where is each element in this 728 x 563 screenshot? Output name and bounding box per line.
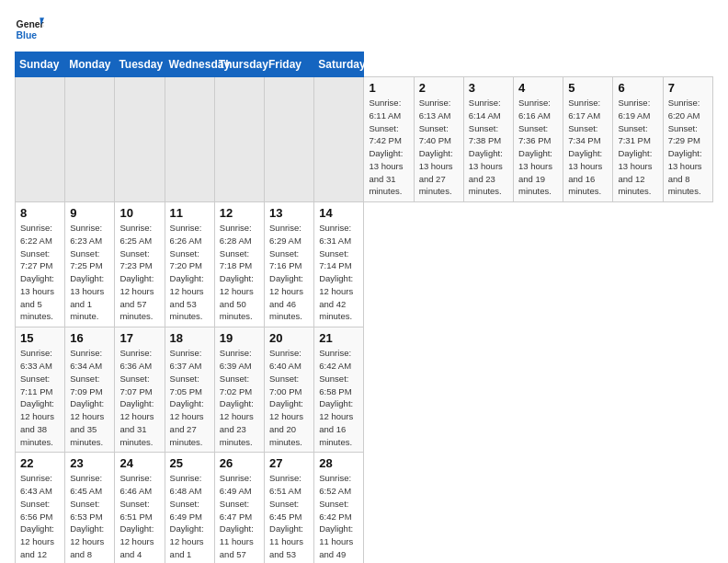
calendar-cell: 8Sunrise: 6:22 AMSunset: 7:27 PMDaylight… [16, 202, 65, 327]
day-number: 24 [119, 456, 159, 470]
calendar-cell: 22Sunrise: 6:43 AMSunset: 6:56 PMDayligh… [16, 453, 65, 563]
day-number: 21 [319, 331, 358, 345]
day-info: Sunrise: 6:17 AMSunset: 7:34 PMDaylight:… [568, 97, 608, 198]
day-number: 23 [70, 456, 109, 470]
day-number: 27 [269, 456, 309, 470]
day-number: 2 [419, 81, 459, 95]
day-number: 3 [469, 81, 508, 95]
day-info: Sunrise: 6:45 AMSunset: 6:53 PMDaylight:… [70, 472, 109, 563]
col-header-thursday: Thursday [214, 52, 264, 77]
calendar-cell: 12Sunrise: 6:28 AMSunset: 7:18 PMDayligh… [214, 202, 264, 327]
day-number: 8 [20, 206, 60, 220]
day-number: 9 [70, 206, 109, 220]
day-info: Sunrise: 6:29 AMSunset: 7:16 PMDaylight:… [269, 222, 309, 323]
calendar-cell: 25Sunrise: 6:48 AMSunset: 6:49 PMDayligh… [165, 453, 214, 563]
calendar-cell: 5Sunrise: 6:17 AMSunset: 7:34 PMDaylight… [563, 77, 613, 202]
calendar-cell: 18Sunrise: 6:37 AMSunset: 7:05 PMDayligh… [165, 327, 214, 453]
day-info: Sunrise: 6:26 AMSunset: 7:20 PMDaylight:… [170, 222, 210, 323]
day-info: Sunrise: 6:52 AMSunset: 6:42 PMDaylight:… [319, 472, 358, 563]
calendar-cell [115, 77, 165, 202]
calendar-cell: 7Sunrise: 6:20 AMSunset: 7:29 PMDaylight… [663, 77, 712, 202]
col-header-tuesday: Tuesday [115, 52, 165, 77]
calendar-week-1: 1Sunrise: 6:11 AMSunset: 7:42 PMDaylight… [16, 77, 713, 202]
day-info: Sunrise: 6:22 AMSunset: 7:27 PMDaylight:… [20, 222, 60, 323]
day-number: 6 [618, 81, 657, 95]
col-header-sunday: Sunday [16, 52, 65, 77]
day-number: 26 [220, 456, 259, 470]
calendar-cell: 6Sunrise: 6:19 AMSunset: 7:31 PMDaylight… [613, 77, 663, 202]
calendar-cell: 13Sunrise: 6:29 AMSunset: 7:16 PMDayligh… [265, 202, 314, 327]
calendar-cell: 26Sunrise: 6:49 AMSunset: 6:47 PMDayligh… [214, 453, 264, 563]
day-number: 15 [20, 331, 60, 345]
day-number: 1 [369, 81, 408, 95]
day-info: Sunrise: 6:46 AMSunset: 6:51 PMDaylight:… [119, 472, 159, 563]
calendar-cell: 4Sunrise: 6:16 AMSunset: 7:36 PMDaylight… [514, 77, 563, 202]
calendar-cell [265, 77, 314, 202]
calendar-cell: 24Sunrise: 6:46 AMSunset: 6:51 PMDayligh… [115, 453, 165, 563]
col-header-monday: Monday [65, 52, 115, 77]
calendar-cell: 28Sunrise: 6:52 AMSunset: 6:42 PMDayligh… [314, 453, 364, 563]
day-info: Sunrise: 6:42 AMSunset: 6:58 PMDaylight:… [319, 347, 358, 448]
calendar-cell: 21Sunrise: 6:42 AMSunset: 6:58 PMDayligh… [314, 327, 364, 453]
calendar-cell: 2Sunrise: 6:13 AMSunset: 7:40 PMDaylight… [414, 77, 463, 202]
calendar-cell: 3Sunrise: 6:14 AMSunset: 7:38 PMDaylight… [463, 77, 513, 202]
day-number: 20 [269, 331, 309, 345]
day-info: Sunrise: 6:19 AMSunset: 7:31 PMDaylight:… [618, 97, 657, 198]
day-number: 18 [170, 331, 210, 345]
day-number: 25 [170, 456, 210, 470]
calendar-week-3: 15Sunrise: 6:33 AMSunset: 7:11 PMDayligh… [16, 327, 713, 453]
day-info: Sunrise: 6:40 AMSunset: 7:00 PMDaylight:… [269, 347, 309, 448]
page-header: General Blue [15, 15, 713, 44]
calendar-week-2: 8Sunrise: 6:22 AMSunset: 7:27 PMDaylight… [16, 202, 713, 327]
calendar-week-4: 22Sunrise: 6:43 AMSunset: 6:56 PMDayligh… [16, 453, 713, 563]
day-number: 19 [220, 331, 259, 345]
calendar-cell: 9Sunrise: 6:23 AMSunset: 7:25 PMDaylight… [65, 202, 115, 327]
day-info: Sunrise: 6:51 AMSunset: 6:45 PMDaylight:… [269, 472, 309, 563]
calendar-cell: 16Sunrise: 6:34 AMSunset: 7:09 PMDayligh… [65, 327, 115, 453]
calendar-cell: 1Sunrise: 6:11 AMSunset: 7:42 PMDaylight… [364, 77, 414, 202]
day-info: Sunrise: 6:25 AMSunset: 7:23 PMDaylight:… [119, 222, 159, 323]
day-info: Sunrise: 6:36 AMSunset: 7:07 PMDaylight:… [119, 347, 159, 448]
day-number: 28 [319, 456, 358, 470]
calendar-cell: 11Sunrise: 6:26 AMSunset: 7:20 PMDayligh… [165, 202, 214, 327]
logo-icon: General Blue [15, 15, 44, 44]
calendar-cell: 10Sunrise: 6:25 AMSunset: 7:23 PMDayligh… [115, 202, 165, 327]
day-info: Sunrise: 6:13 AMSunset: 7:40 PMDaylight:… [419, 97, 459, 198]
calendar-cell [65, 77, 115, 202]
col-header-saturday: Saturday [314, 52, 364, 77]
calendar-cell: 23Sunrise: 6:45 AMSunset: 6:53 PMDayligh… [65, 453, 115, 563]
day-info: Sunrise: 6:39 AMSunset: 7:02 PMDaylight:… [220, 347, 259, 448]
day-info: Sunrise: 6:23 AMSunset: 7:25 PMDaylight:… [70, 222, 109, 323]
col-header-wednesday: Wednesday [165, 52, 214, 77]
calendar-cell [214, 77, 264, 202]
day-number: 4 [518, 81, 558, 95]
day-info: Sunrise: 6:20 AMSunset: 7:29 PMDaylight:… [668, 97, 708, 198]
calendar-cell [16, 77, 65, 202]
calendar-cell: 15Sunrise: 6:33 AMSunset: 7:11 PMDayligh… [16, 327, 65, 453]
day-info: Sunrise: 6:43 AMSunset: 6:56 PMDaylight:… [20, 472, 60, 563]
day-number: 7 [668, 81, 708, 95]
svg-text:Blue: Blue [17, 30, 38, 40]
logo: General Blue [15, 15, 44, 44]
day-info: Sunrise: 6:37 AMSunset: 7:05 PMDaylight:… [170, 347, 210, 448]
day-info: Sunrise: 6:49 AMSunset: 6:47 PMDaylight:… [220, 472, 259, 563]
calendar-cell [165, 77, 214, 202]
calendar-cell: 27Sunrise: 6:51 AMSunset: 6:45 PMDayligh… [265, 453, 314, 563]
day-number: 22 [20, 456, 60, 470]
day-number: 5 [568, 81, 608, 95]
day-number: 10 [119, 206, 159, 220]
calendar-cell: 14Sunrise: 6:31 AMSunset: 7:14 PMDayligh… [314, 202, 364, 327]
day-number: 16 [70, 331, 109, 345]
calendar-cell: 17Sunrise: 6:36 AMSunset: 7:07 PMDayligh… [115, 327, 165, 453]
day-info: Sunrise: 6:48 AMSunset: 6:49 PMDaylight:… [170, 472, 210, 563]
day-number: 13 [269, 206, 309, 220]
day-info: Sunrise: 6:33 AMSunset: 7:11 PMDaylight:… [20, 347, 60, 448]
calendar-table: SundayMondayTuesdayWednesdayThursdayFrid… [15, 52, 713, 563]
day-info: Sunrise: 6:14 AMSunset: 7:38 PMDaylight:… [469, 97, 508, 198]
calendar-cell [314, 77, 364, 202]
calendar-cell: 20Sunrise: 6:40 AMSunset: 7:00 PMDayligh… [265, 327, 314, 453]
day-number: 12 [220, 206, 259, 220]
col-header-friday: Friday [265, 52, 314, 77]
calendar-cell: 19Sunrise: 6:39 AMSunset: 7:02 PMDayligh… [214, 327, 264, 453]
day-info: Sunrise: 6:34 AMSunset: 7:09 PMDaylight:… [70, 347, 109, 448]
